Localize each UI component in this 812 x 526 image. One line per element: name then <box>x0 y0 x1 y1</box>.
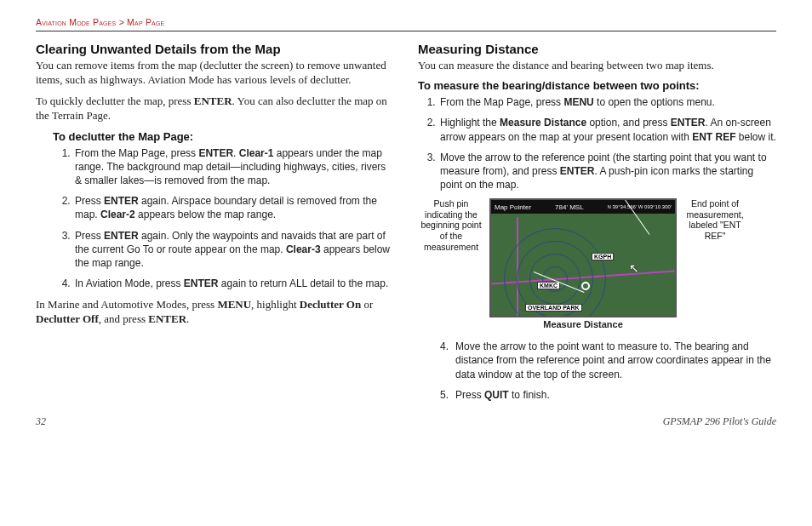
t: Map Pointer <box>495 203 531 211</box>
right-p1: You can measure the distance and bearing… <box>418 58 776 72</box>
key: ENTER <box>148 312 186 325</box>
figure-caption: Measure Distance <box>489 319 677 329</box>
doc-title: GPSMAP 296 Pilot's Guide <box>663 415 776 428</box>
left-column: Clearing Unwanted Details from the Map Y… <box>36 38 394 409</box>
waypoint-label: OVERLAND PARK <box>525 304 582 312</box>
t: To quickly declutter the map, press <box>36 94 194 107</box>
t: From the Map Page, press <box>440 96 563 108</box>
t: Press <box>75 230 104 242</box>
t: In Marine and Automotive Modes, press <box>36 298 217 311</box>
right-heading: Measuring Distance <box>418 42 776 56</box>
crumb-sep: > <box>119 17 124 27</box>
left-p3: In Marine and Automotive Modes, press ME… <box>36 297 394 326</box>
key: MENU <box>563 96 593 108</box>
key: ENTER <box>560 165 595 177</box>
right-steps-b: 4.Move the arrow to the point want to me… <box>438 340 776 402</box>
waypoint-label: KMKC <box>537 282 560 289</box>
key: Declutter Off <box>36 312 99 325</box>
t: to open the options menu. <box>594 96 715 108</box>
key: ENTER <box>198 147 233 159</box>
screenshot-topbar: Map Pointer 784' MSL N 39°34.566' W 093°… <box>491 200 675 214</box>
t: . <box>233 147 239 159</box>
t: again to return ALL detail to the map. <box>219 277 389 289</box>
right-steps-a: From the Map Page, press MENU to open th… <box>438 95 776 192</box>
left-p2: To quickly declutter the map, press ENTE… <box>36 94 394 123</box>
footer: 32 GPSMAP 296 Pilot's Guide <box>36 415 776 428</box>
key: ENTER <box>671 117 706 129</box>
key: Clear-1 <box>239 147 274 159</box>
left-steps: From the Map Page, press ENTER. Clear-1 … <box>73 146 394 291</box>
t: . <box>186 312 189 325</box>
t: Press <box>75 195 104 207</box>
cursor-arrow-icon: ↖ <box>629 261 639 275</box>
step: 5.Press QUIT to finish. <box>438 388 776 402</box>
t: , and press <box>99 312 149 325</box>
step: In Aviation Mode, press ENTER again to r… <box>73 277 394 290</box>
t: 784' MSL <box>555 203 584 211</box>
figure-right-label: End point of measurement, labeled "ENT R… <box>682 198 748 241</box>
figure: Push pin indicating the beginning point … <box>418 198 776 338</box>
t: option, and press <box>586 117 671 129</box>
key: ENTER <box>104 195 139 207</box>
breadcrumb: Aviation Mode Pages > Map Page <box>36 17 776 29</box>
t: Highlight the <box>440 117 500 129</box>
step-num: 4. <box>440 340 449 381</box>
figure-center: Map Pointer 784' MSL N 39°34.566' W 093°… <box>489 198 677 338</box>
left-p1: You can remove items from the map (declu… <box>36 58 394 87</box>
t: appears below the map range. <box>135 209 276 220</box>
t: to finish. <box>509 389 550 401</box>
step: From the Map Page, press ENTER. Clear-1 … <box>73 146 394 188</box>
page: Aviation Mode Pages > Map Page Clearing … <box>0 0 812 438</box>
step: Press ENTER again. Only the waypoints an… <box>73 229 394 271</box>
t: , highlight <box>251 298 300 311</box>
t: From the Map Page, press <box>75 147 198 159</box>
left-heading: Clearing Unwanted Details from the Map <box>36 42 394 56</box>
page-number: 32 <box>36 415 46 428</box>
key: MENU <box>217 298 251 311</box>
columns: Clearing Unwanted Details from the Map Y… <box>36 38 776 409</box>
divider <box>36 31 776 31</box>
t: Press QUIT to finish. <box>455 388 550 402</box>
crumb-b: Map Page <box>127 17 164 27</box>
enter-key: ENTER <box>194 94 232 107</box>
t: N 39°34.566' W 093°10.300' <box>608 204 672 209</box>
device-screenshot: Map Pointer 784' MSL N 39°34.566' W 093°… <box>489 198 677 317</box>
t: Press <box>455 389 484 401</box>
waypoint-label: KGPH <box>592 253 614 260</box>
key: Declutter On <box>300 298 361 311</box>
key: QUIT <box>484 389 509 401</box>
t: below it. <box>736 131 776 143</box>
step: 4.Move the arrow to the point want to me… <box>438 340 776 381</box>
crumb-a: Aviation Mode Pages <box>36 17 117 27</box>
t: Move the arrow to the point want to meas… <box>455 340 776 381</box>
figure-left-label: Push pin indicating the beginning point … <box>418 198 484 252</box>
left-subheading: To declutter the Map Page: <box>53 130 394 143</box>
right-subheading: To measure the bearing/distance between … <box>418 79 776 92</box>
key: Clear-3 <box>286 243 321 255</box>
key: Clear-2 <box>100 209 135 220</box>
step: Move the arrow to the reference point (t… <box>438 151 776 192</box>
step: From the Map Page, press MENU to open th… <box>438 95 776 109</box>
step: Press ENTER again. Airspace boundary det… <box>73 194 394 221</box>
t: In Aviation Mode, press <box>75 277 184 289</box>
right-column: Measuring Distance You can measure the d… <box>418 38 776 409</box>
key: Measure Distance <box>500 117 586 129</box>
key: ENTER <box>104 230 139 242</box>
t: or <box>361 298 373 311</box>
key: ENTER <box>184 277 219 289</box>
step: Highlight the Measure Distance option, a… <box>438 116 776 143</box>
step-num: 5. <box>440 388 449 402</box>
key: ENT REF <box>692 131 735 143</box>
